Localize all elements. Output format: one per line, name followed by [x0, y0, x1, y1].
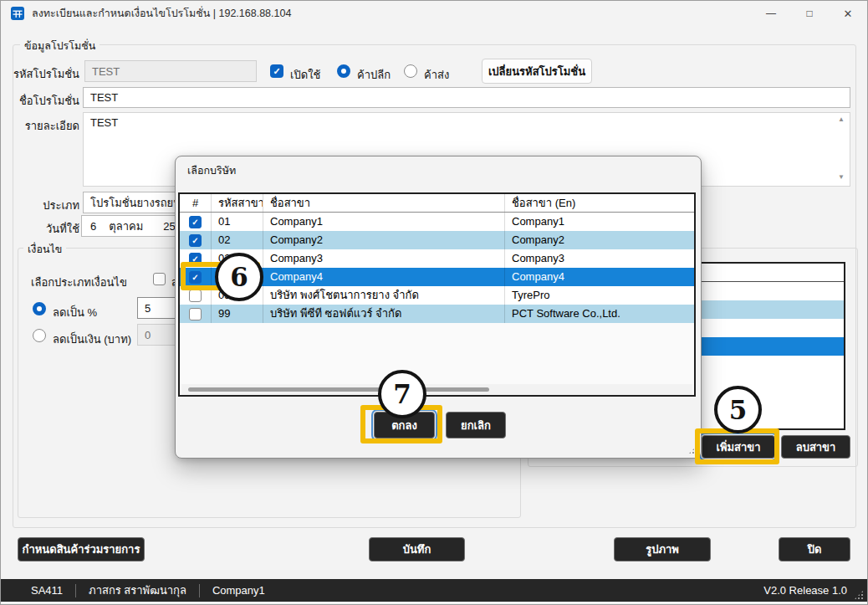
- enabled-checkbox[interactable]: ✓: [270, 64, 283, 78]
- discount-amount-label: ลดเป็นเงิน (บาท): [53, 331, 131, 348]
- description-label: รายละเอียด: [25, 117, 79, 135]
- row-checkbox[interactable]: [189, 234, 202, 247]
- status-bar: SA411 ภาสกร สราพัฒนากุล Company1 V2.0 Re…: [1, 579, 867, 602]
- header-check-col: #: [180, 194, 212, 212]
- retail-label: ค้าปลีก: [357, 66, 391, 84]
- app-grid-icon: [11, 7, 24, 20]
- annotation-circle-5: 5: [714, 386, 762, 433]
- header-name-en-col: ชื่อสาขา (En): [505, 194, 694, 212]
- row-checkbox[interactable]: [189, 216, 202, 228]
- header-name-col: ชื่อสาขา: [263, 194, 505, 212]
- cancel-button[interactable]: ยกเลิก: [446, 412, 506, 438]
- user-name: ภาสกร สราพัฒนากุล: [89, 582, 186, 599]
- scroll-up-icon[interactable]: ▲: [838, 116, 845, 123]
- retail-radio[interactable]: [337, 64, 350, 78]
- scroll-down-icon[interactable]: ▼: [838, 174, 845, 181]
- date-label: วันที่ใช้: [46, 220, 79, 238]
- app-window: ลงทะเบียนและกำหนดเงื่อนไขโปรโมชั่น | 192…: [0, 0, 868, 605]
- promo-name-label: ชื่อโปรโมชั่น: [19, 92, 79, 110]
- condition-type-label: เลือกประเภทเงื่อนไข: [31, 274, 127, 291]
- highlight-add-branch-button: [695, 428, 779, 464]
- annotation-circle-6: 6: [215, 253, 263, 301]
- title-bar: ลงทะเบียนและกำหนดเงื่อนไขโปรโมชั่น | 192…: [1, 1, 867, 26]
- image-button[interactable]: รูปภาพ: [614, 537, 711, 561]
- remove-branch-button[interactable]: ลบสาขา: [781, 435, 850, 459]
- table-header-row: # รหัสสาขา ชื่อสาขา ชื่อสาขา (En): [180, 194, 694, 213]
- screen-code: SA411: [31, 584, 63, 597]
- condition-group-title: เงื่อนไข: [23, 241, 66, 258]
- type-label: ประเภท: [43, 197, 79, 214]
- close-button[interactable]: ปิด: [779, 537, 850, 561]
- company-name: Company1: [212, 584, 265, 597]
- table-hscrollbar-thumb[interactable]: [188, 387, 489, 392]
- annotation-circle-7: 7: [378, 370, 426, 418]
- header-code-col: รหัสสาขา: [212, 194, 263, 212]
- promo-code-label: รหัสโปรโมชั่น: [13, 65, 79, 83]
- promo-code-field[interactable]: TEST: [84, 60, 257, 82]
- table-row[interactable]: 99 บริษัท พีซีที ซอฟต์แวร์ จำกัด PCT Sof…: [180, 305, 694, 323]
- discount-amount-radio[interactable]: [33, 329, 46, 342]
- minimize-icon[interactable]: —: [752, 1, 790, 26]
- table-row[interactable]: 01 Company1 Company1: [180, 213, 694, 231]
- promo-info-group-title: ข้อมูลโปรโมชั่น: [20, 38, 100, 54]
- condition-extra-checkbox[interactable]: [153, 273, 166, 285]
- close-icon[interactable]: ✕: [829, 1, 867, 26]
- row-checkbox[interactable]: [189, 290, 202, 302]
- row-checkbox[interactable]: [189, 308, 202, 320]
- enabled-label: เปิดใช้: [290, 66, 320, 84]
- statusbar-divider: [75, 584, 76, 597]
- set-products-button[interactable]: กำหนดสินค้าร่วมรายการ: [18, 537, 145, 561]
- table-row[interactable]: 02 Company2 Company2: [180, 231, 694, 249]
- maximize-icon[interactable]: □: [790, 1, 829, 26]
- discount-percent-radio[interactable]: [33, 302, 46, 315]
- statusbar-divider: [199, 584, 200, 597]
- window-title: ลงทะเบียนและกำหนดเงื่อนไขโปรโมชั่น | 192…: [32, 5, 291, 22]
- version-label: V2.0 Release 1.0: [763, 579, 847, 602]
- date-day: 6: [90, 220, 96, 233]
- discount-percent-label: ลดเป็น %: [53, 304, 97, 321]
- promo-name-field[interactable]: TEST: [83, 87, 850, 108]
- date-month: ตุลาคม: [109, 218, 143, 235]
- dialog-title: เลือกบริษัท: [187, 162, 236, 179]
- change-promo-code-button[interactable]: เปลี่ยนรหัสโปรโมชั่น: [482, 59, 592, 84]
- wholesale-radio[interactable]: [404, 64, 417, 78]
- wholesale-label: ค้าส่ง: [424, 66, 449, 84]
- table-hscrollbar[interactable]: [181, 384, 692, 395]
- save-button[interactable]: บันทึก: [369, 537, 465, 561]
